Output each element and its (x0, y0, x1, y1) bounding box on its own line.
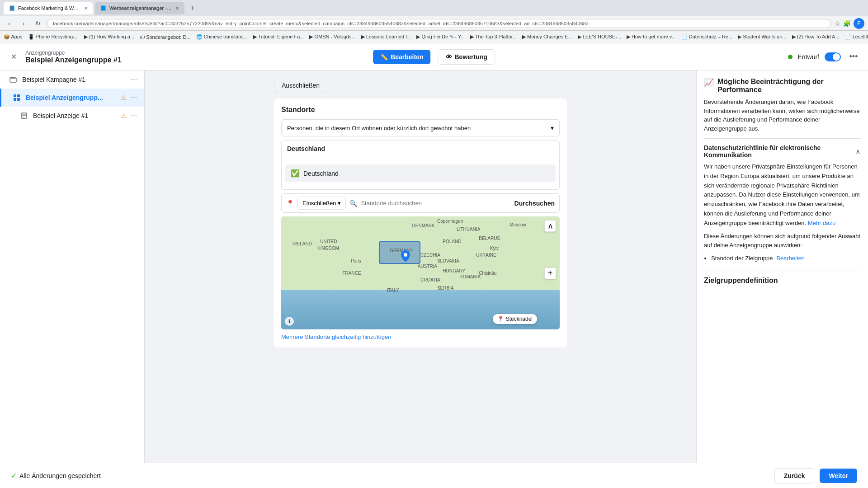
map-label-slovakia: SLOVAKIA (437, 258, 459, 263)
tab-close-icon[interactable]: ✕ (84, 6, 88, 11)
sidebar-kampagne-more[interactable]: ··· (131, 75, 137, 84)
close-button[interactable]: ✕ (7, 51, 20, 63)
bookmark-lessons[interactable]: ▶ Lessons Learned f... (361, 34, 411, 40)
bookmark-how-more[interactable]: ▶ How to get more v... (627, 34, 676, 40)
collapse-button[interactable]: ∧ (855, 147, 861, 156)
zuruck-button[interactable]: Zurück (774, 468, 815, 483)
sidebar-anzeige-more[interactable]: ··· (131, 112, 137, 120)
new-tab-button[interactable]: + (186, 2, 199, 14)
sidebar: Beispiel Kampagne #1 ··· Beispiel Anzeig… (0, 70, 145, 488)
map-label-paris: Paris (351, 258, 361, 263)
tab-close-2-icon[interactable]: ✕ (175, 6, 179, 11)
header-center: ✏️ Bearbeiten 👁 Bewertung (373, 49, 495, 65)
tab-facebook-marketing[interactable]: 📘 Facebook Marketing & Werb... ✕ (4, 2, 93, 14)
sidebar-anzeigengruppe-more[interactable]: ··· (131, 94, 137, 102)
map-label-ireland: IRELAND (292, 241, 312, 246)
bookmark-apps[interactable]: 📦 Apps (4, 34, 23, 40)
bearbeiten-link[interactable]: Bearbeiten (776, 255, 805, 262)
tab-werbeanzeigenmanager[interactable]: 📘 Werbeanzeigenmanager - We... ✕ (95, 2, 184, 14)
weiter-button[interactable]: Weiter (820, 469, 857, 483)
exclude-button[interactable]: Ausschließen (274, 78, 327, 93)
location-item-deutschland: ✅ Deutschland (285, 164, 556, 182)
bottom-bar: ✓ Alle Änderungen gespeichert Zurück Wei… (0, 463, 868, 488)
bookmark-tutorial[interactable]: ▶ Tutorial: Eigene Fa... (253, 34, 304, 40)
bookmark-chinese[interactable]: 🌐 Chinese translatio... (196, 34, 248, 40)
map-label-moscow: Moscow (509, 222, 526, 227)
dropdown-value: Personen, die in diesem Ort wohnen oder … (287, 125, 471, 131)
map-label-hungary: HUNGARY (443, 268, 465, 273)
header-left: ✕ Anzeigengruppe Beispiel Anzeigengruppe… (7, 50, 122, 64)
bullet-list: Standort der Zielgruppe Bearbeiten (711, 254, 861, 263)
zielgruppe-section: Zielgruppendefinition (704, 271, 861, 285)
zielgruppe-title: Zielgruppendefinition (704, 271, 861, 285)
mehr-dazu-link[interactable]: Mehr dazu (808, 220, 835, 226)
map-container: DENMARK Copenhagen LITHUANIA Moscow IREL… (281, 216, 560, 329)
standorte-dropdown[interactable]: Personen, die in diesem Ort wohnen oder … (281, 119, 560, 136)
main-content: Ausschließen Standorte Personen, die in … (145, 70, 696, 488)
more-options-button[interactable]: ••• (846, 50, 861, 64)
browser-tabs: 📘 Facebook Marketing & Werb... ✕ 📘 Werbe… (4, 2, 864, 14)
svg-point-9 (404, 253, 407, 257)
bullet-item-standort: Standort der Zielgruppe Bearbeiten (711, 254, 861, 263)
bookmark-top3[interactable]: ▶ The Top 3 Platfor... (470, 34, 517, 40)
deutschland-section: Deutschland ✅ Deutschland (281, 140, 560, 190)
bookmarks-bar: 📦 Apps 📱 Phone Recycling-... ▶ (1) How W… (0, 31, 868, 43)
bookmark-lee[interactable]: ▶ LEE'S HOUSE-... (578, 34, 621, 40)
extensions-icon[interactable]: 🧩 (843, 20, 851, 27)
bookmark-leselifte[interactable]: 📄 Leselifte (845, 34, 868, 40)
standorte-card: Standorte Personen, die in diesem Ort wo… (274, 99, 567, 347)
sidebar-item-anzeige[interactable]: Beispiel Anzeige #1 ⚠ ··· (0, 107, 144, 125)
add-locations-link[interactable]: Mehrere Standorte gleichzeitig hinzufüge… (281, 333, 392, 340)
page-icon (19, 111, 28, 120)
map-label-romania: ROMANIA (459, 274, 481, 279)
url-bar[interactable]: facebook.com/adsmanager/manage/adsets/ed… (47, 19, 831, 28)
pin-small-icon: 📍 (497, 316, 504, 322)
status-dot (788, 55, 793, 59)
sidebar-item-anzeigengruppe[interactable]: Beispiel Anzeigengrupp... ⚠ ··· (0, 89, 144, 107)
map-label-poland: POLAND (443, 239, 461, 244)
deutschland-header: Deutschland (282, 141, 559, 157)
bookmark-money[interactable]: ▶ Money Changes E... (522, 34, 572, 40)
bewertung-button[interactable]: 👁 Bewertung (438, 49, 495, 65)
svg-rect-1 (14, 94, 16, 97)
bookmark-gmsn[interactable]: ▶ GMSN - Vologds... (309, 34, 355, 40)
durchsuchen-button[interactable]: Durchsuchen (514, 200, 555, 207)
eye-icon: 👁 (446, 53, 452, 61)
browser-chrome: 📘 Facebook Marketing & Werb... ✕ 📘 Werbe… (0, 0, 868, 16)
bookmark-datenschutz[interactable]: 📄 Datenschutz – Re... (681, 34, 733, 40)
bearbeiten-button[interactable]: ✏️ Bearbeiten (373, 50, 430, 64)
app-header: ✕ Anzeigengruppe Beispiel Anzeigengruppe… (0, 43, 868, 70)
pin-icon: 📍 (286, 200, 294, 207)
pencil-icon: ✏️ (380, 53, 388, 61)
bookmark-qing[interactable]: ▶ Qing Fei De Yi - Y... (416, 34, 465, 40)
map-add-button[interactable]: + (544, 267, 556, 279)
profile-icon[interactable]: F (854, 18, 864, 29)
bookmark-student[interactable]: ▶ Student Wants an... (738, 34, 786, 40)
map-info-icon[interactable]: ℹ (285, 317, 294, 326)
sidebar-kampagne-label: Beispiel Kampagne #1 (22, 76, 127, 83)
warn-icon-anzeigengruppe: ⚠ (121, 94, 127, 101)
refresh-button[interactable]: ↻ (33, 18, 43, 29)
toggle-knob (833, 53, 840, 61)
back-button[interactable]: ‹ (4, 18, 14, 29)
datenschutz-section-title[interactable]: Datenschutzrichtlinie für elektronische … (704, 144, 861, 159)
bookmark-phone[interactable]: 📱 Phone Recycling-... (28, 34, 79, 40)
include-dropdown: 📍 Einschließen ▾ (286, 197, 346, 210)
star-icon[interactable]: ☆ (835, 20, 840, 27)
chevron-include-icon: ▾ (338, 200, 341, 206)
status-toggle[interactable] (825, 52, 841, 61)
panel-title: 📈 Mögliche Beeinträchtigung der Performa… (704, 78, 861, 94)
main-body: Beispiel Kampagne #1 ··· Beispiel Anzeig… (0, 70, 868, 488)
bookmark-how-add[interactable]: ▶ (2) How To Add A... (792, 34, 840, 40)
content-inner: Ausschließen Standorte Personen, die in … (267, 70, 574, 360)
sidebar-item-kampagne[interactable]: Beispiel Kampagne #1 ··· (0, 70, 144, 89)
datenschutz-section-text: Wir haben unsere Privatsphäre-Einstellun… (704, 162, 861, 228)
map-zoom-in-button[interactable]: ∧ (544, 220, 556, 232)
bookmark-sonder[interactable]: 🏷 Sonderangebot: D... (140, 34, 191, 40)
location-search-input[interactable] (361, 200, 510, 206)
forward-button[interactable]: › (18, 18, 29, 29)
include-button[interactable]: Einschließen ▾ (297, 197, 346, 210)
bookmark-how-working[interactable]: ▶ (1) How Working a... (84, 34, 134, 40)
chevron-down-icon: ▾ (551, 124, 554, 131)
standorte-title: Standorte (281, 106, 560, 114)
